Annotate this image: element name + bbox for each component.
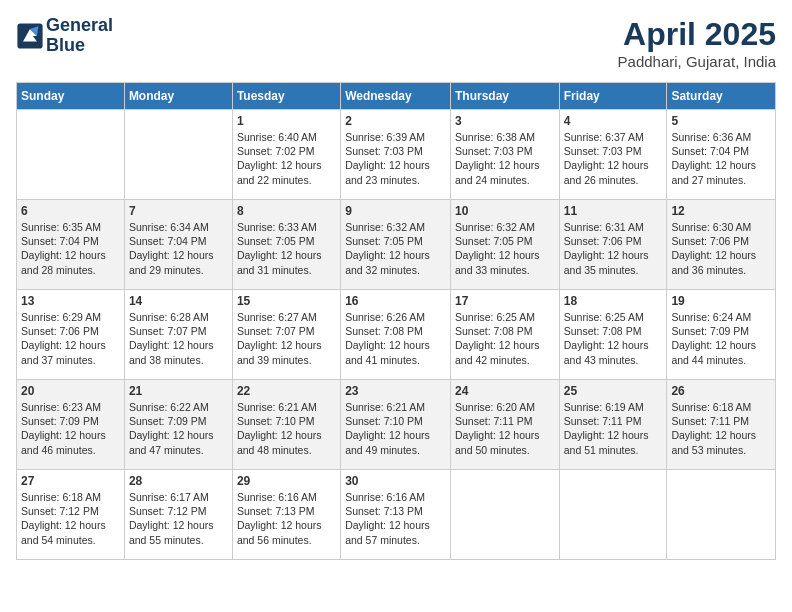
subtitle: Paddhari, Gujarat, India [618,53,776,70]
day-info: Sunrise: 6:18 AMSunset: 7:12 PMDaylight:… [21,490,120,547]
calendar-week-row: 20Sunrise: 6:23 AMSunset: 7:09 PMDayligh… [17,380,776,470]
day-number: 23 [345,384,446,398]
day-info: Sunrise: 6:30 AMSunset: 7:06 PMDaylight:… [671,220,771,277]
day-info: Sunrise: 6:19 AMSunset: 7:11 PMDaylight:… [564,400,663,457]
day-number: 5 [671,114,771,128]
calendar-cell: 3Sunrise: 6:38 AMSunset: 7:03 PMDaylight… [450,110,559,200]
weekday-header: Wednesday [341,83,451,110]
day-number: 20 [21,384,120,398]
weekday-header: Monday [124,83,232,110]
day-info: Sunrise: 6:35 AMSunset: 7:04 PMDaylight:… [21,220,120,277]
day-number: 2 [345,114,446,128]
logo-text: General Blue [46,16,113,56]
calendar-cell: 17Sunrise: 6:25 AMSunset: 7:08 PMDayligh… [450,290,559,380]
calendar-cell: 21Sunrise: 6:22 AMSunset: 7:09 PMDayligh… [124,380,232,470]
day-info: Sunrise: 6:34 AMSunset: 7:04 PMDaylight:… [129,220,228,277]
day-number: 18 [564,294,663,308]
day-info: Sunrise: 6:18 AMSunset: 7:11 PMDaylight:… [671,400,771,457]
calendar-header-row: SundayMondayTuesdayWednesdayThursdayFrid… [17,83,776,110]
calendar-cell: 26Sunrise: 6:18 AMSunset: 7:11 PMDayligh… [667,380,776,470]
calendar-cell: 27Sunrise: 6:18 AMSunset: 7:12 PMDayligh… [17,470,125,560]
logo-icon [16,22,44,50]
day-number: 10 [455,204,555,218]
day-info: Sunrise: 6:23 AMSunset: 7:09 PMDaylight:… [21,400,120,457]
day-number: 26 [671,384,771,398]
day-info: Sunrise: 6:21 AMSunset: 7:10 PMDaylight:… [237,400,336,457]
calendar-cell: 22Sunrise: 6:21 AMSunset: 7:10 PMDayligh… [232,380,340,470]
day-info: Sunrise: 6:31 AMSunset: 7:06 PMDaylight:… [564,220,663,277]
day-info: Sunrise: 6:39 AMSunset: 7:03 PMDaylight:… [345,130,446,187]
calendar-cell: 23Sunrise: 6:21 AMSunset: 7:10 PMDayligh… [341,380,451,470]
calendar-cell: 9Sunrise: 6:32 AMSunset: 7:05 PMDaylight… [341,200,451,290]
calendar-cell: 20Sunrise: 6:23 AMSunset: 7:09 PMDayligh… [17,380,125,470]
day-info: Sunrise: 6:32 AMSunset: 7:05 PMDaylight:… [455,220,555,277]
day-number: 19 [671,294,771,308]
day-info: Sunrise: 6:22 AMSunset: 7:09 PMDaylight:… [129,400,228,457]
weekday-header: Saturday [667,83,776,110]
calendar-cell [17,110,125,200]
day-info: Sunrise: 6:28 AMSunset: 7:07 PMDaylight:… [129,310,228,367]
day-info: Sunrise: 6:20 AMSunset: 7:11 PMDaylight:… [455,400,555,457]
day-number: 11 [564,204,663,218]
day-number: 4 [564,114,663,128]
calendar-cell: 7Sunrise: 6:34 AMSunset: 7:04 PMDaylight… [124,200,232,290]
day-number: 9 [345,204,446,218]
day-info: Sunrise: 6:38 AMSunset: 7:03 PMDaylight:… [455,130,555,187]
calendar-cell [667,470,776,560]
calendar-body: 1Sunrise: 6:40 AMSunset: 7:02 PMDaylight… [17,110,776,560]
day-number: 12 [671,204,771,218]
calendar-cell: 12Sunrise: 6:30 AMSunset: 7:06 PMDayligh… [667,200,776,290]
day-info: Sunrise: 6:29 AMSunset: 7:06 PMDaylight:… [21,310,120,367]
calendar-cell: 4Sunrise: 6:37 AMSunset: 7:03 PMDaylight… [559,110,667,200]
day-number: 3 [455,114,555,128]
calendar-cell: 1Sunrise: 6:40 AMSunset: 7:02 PMDaylight… [232,110,340,200]
calendar-cell: 14Sunrise: 6:28 AMSunset: 7:07 PMDayligh… [124,290,232,380]
weekday-header: Sunday [17,83,125,110]
logo: General Blue [16,16,113,56]
day-info: Sunrise: 6:36 AMSunset: 7:04 PMDaylight:… [671,130,771,187]
day-info: Sunrise: 6:21 AMSunset: 7:10 PMDaylight:… [345,400,446,457]
day-number: 13 [21,294,120,308]
day-info: Sunrise: 6:32 AMSunset: 7:05 PMDaylight:… [345,220,446,277]
calendar-table: SundayMondayTuesdayWednesdayThursdayFrid… [16,82,776,560]
calendar-week-row: 1Sunrise: 6:40 AMSunset: 7:02 PMDaylight… [17,110,776,200]
day-number: 8 [237,204,336,218]
day-info: Sunrise: 6:25 AMSunset: 7:08 PMDaylight:… [455,310,555,367]
day-info: Sunrise: 6:25 AMSunset: 7:08 PMDaylight:… [564,310,663,367]
calendar-cell: 28Sunrise: 6:17 AMSunset: 7:12 PMDayligh… [124,470,232,560]
day-number: 25 [564,384,663,398]
calendar-cell: 11Sunrise: 6:31 AMSunset: 7:06 PMDayligh… [559,200,667,290]
day-number: 17 [455,294,555,308]
day-number: 16 [345,294,446,308]
day-info: Sunrise: 6:16 AMSunset: 7:13 PMDaylight:… [237,490,336,547]
day-info: Sunrise: 6:24 AMSunset: 7:09 PMDaylight:… [671,310,771,367]
main-title: April 2025 [618,16,776,53]
calendar-cell: 10Sunrise: 6:32 AMSunset: 7:05 PMDayligh… [450,200,559,290]
day-number: 27 [21,474,120,488]
calendar-week-row: 13Sunrise: 6:29 AMSunset: 7:06 PMDayligh… [17,290,776,380]
day-number: 14 [129,294,228,308]
calendar-cell: 25Sunrise: 6:19 AMSunset: 7:11 PMDayligh… [559,380,667,470]
day-info: Sunrise: 6:17 AMSunset: 7:12 PMDaylight:… [129,490,228,547]
calendar-cell: 16Sunrise: 6:26 AMSunset: 7:08 PMDayligh… [341,290,451,380]
day-number: 30 [345,474,446,488]
day-info: Sunrise: 6:37 AMSunset: 7:03 PMDaylight:… [564,130,663,187]
day-info: Sunrise: 6:33 AMSunset: 7:05 PMDaylight:… [237,220,336,277]
calendar-cell: 19Sunrise: 6:24 AMSunset: 7:09 PMDayligh… [667,290,776,380]
weekday-header: Thursday [450,83,559,110]
day-number: 21 [129,384,228,398]
calendar-cell: 13Sunrise: 6:29 AMSunset: 7:06 PMDayligh… [17,290,125,380]
calendar-cell: 5Sunrise: 6:36 AMSunset: 7:04 PMDaylight… [667,110,776,200]
day-number: 22 [237,384,336,398]
day-number: 7 [129,204,228,218]
calendar-cell [559,470,667,560]
day-info: Sunrise: 6:16 AMSunset: 7:13 PMDaylight:… [345,490,446,547]
calendar-cell [124,110,232,200]
calendar-cell: 8Sunrise: 6:33 AMSunset: 7:05 PMDaylight… [232,200,340,290]
title-block: April 2025 Paddhari, Gujarat, India [618,16,776,70]
calendar-week-row: 27Sunrise: 6:18 AMSunset: 7:12 PMDayligh… [17,470,776,560]
weekday-header: Tuesday [232,83,340,110]
calendar-cell: 6Sunrise: 6:35 AMSunset: 7:04 PMDaylight… [17,200,125,290]
calendar-cell: 24Sunrise: 6:20 AMSunset: 7:11 PMDayligh… [450,380,559,470]
calendar-week-row: 6Sunrise: 6:35 AMSunset: 7:04 PMDaylight… [17,200,776,290]
